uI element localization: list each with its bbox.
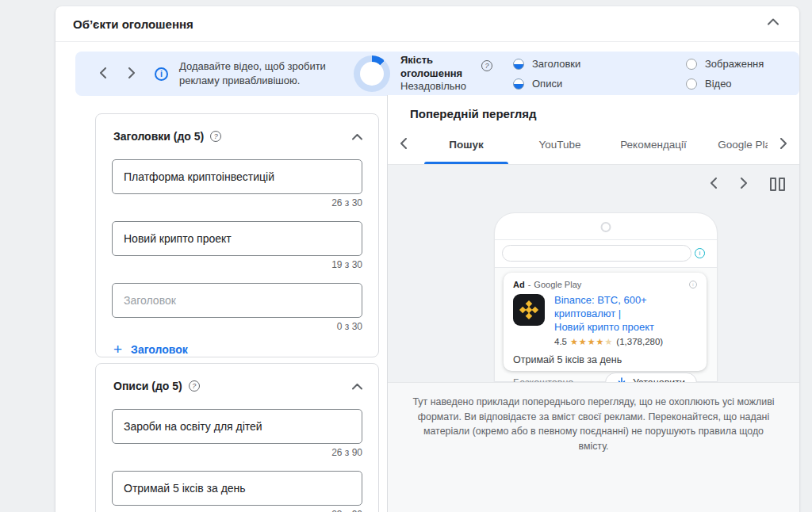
headlines-title: Заголовки (до 5) [113,130,204,143]
chevron-left-icon [400,138,408,149]
description-field-2: 23 з 90 [112,471,362,512]
char-counter: 0 з 30 [112,321,362,332]
help-icon[interactable]: ? [210,131,221,142]
help-icon[interactable]: ? [481,60,492,71]
char-counter: 23 з 90 [112,509,362,512]
plus-icon: + [113,342,122,357]
preview-next-button[interactable] [738,176,749,193]
add-headline-button[interactable]: + Заголовок [113,342,188,357]
headline-field-3: 0 з 30 [112,283,362,332]
status-label: Зображення [705,58,764,70]
collapse-headlines-button[interactable] [352,131,362,143]
tab-recommendations[interactable]: Рекомендації [607,125,700,164]
preview-panel: Попередній перегляд Пошук YouTube Рекоме… [387,95,799,512]
char-counter: 26 з 90 [112,447,362,458]
descriptions-title: Описи (до 5) [113,380,182,392]
char-counter: 19 з 30 [112,259,362,270]
status-label: Заголовки [532,58,580,70]
ad-quality-value: Незадовільно [400,80,475,94]
status-video: Відео [686,78,797,90]
ad-assets-screen: Об’єкти оголошення i Додавайте відео, що… [0,0,812,512]
teal-info-icon: i [695,248,705,258]
page-title: Об’єкти оголошення [73,17,193,31]
collapse-section-button[interactable] [768,16,779,28]
description-input-2[interactable] [112,471,362,506]
ad-info-icon: i [689,281,697,288]
status-label: Описи [532,78,562,90]
descriptions-panel: Описи (до 5) ? 26 з 90 23 з 90 [95,363,379,512]
phone-mockup: i Ad - Google Play i [494,212,718,382]
help-icon[interactable]: ? [189,380,200,392]
half-filled-circle-icon [513,78,524,90]
chevron-right-icon [740,178,748,189]
collapse-descriptions-button[interactable] [352,380,362,392]
reviews-count: (1,378,280) [616,336,663,348]
chevron-up-icon [768,18,779,25]
ad-quality-block: Якість оголошення Незадовільно [400,54,475,94]
status-images: Зображення [686,58,797,70]
ad-title-line1: Binance: BTC, 600+ криптовалют | [554,294,697,321]
chevron-up-icon [352,384,362,390]
ad-source: Google Play [534,280,581,289]
tab-search[interactable]: Пошук [419,125,513,164]
description-input-1[interactable] [112,409,362,444]
status-headlines: Заголовки [513,58,624,70]
headlines-panel: Заголовки (до 5) ? 26 з 30 19 з 30 0 з 3… [95,113,379,357]
empty-circle-icon [686,78,697,90]
headline-input-3[interactable] [112,283,362,318]
mock-search-bar [502,245,691,262]
binance-logo-icon [519,300,539,320]
tab-google-play[interactable]: Google Play [700,125,768,164]
phone-camera-icon [601,222,611,232]
preview-title: Попередній перегляд [388,95,799,120]
headline-input-2[interactable] [112,221,362,256]
ad-description: Отримай 5 іксів за день [513,354,697,365]
preview-disclaimer: Тут наведено приклади попереднього перег… [388,382,799,512]
chevron-right-icon [128,67,136,78]
section-header: Об’єкти оголошення [56,6,799,42]
chevron-left-icon [99,67,107,78]
ad-quality-label: Якість оголошення [400,54,475,81]
tabs-scroll-left-button[interactable] [388,125,419,164]
half-filled-circle-icon [513,59,524,70]
headline-field-2: 19 з 30 [112,221,362,270]
preview-prev-button[interactable] [708,176,719,193]
headline-field-1: 26 з 30 [112,159,362,208]
status-descriptions: Описи [513,78,624,90]
phone-screen: Ad - Google Play i [495,267,717,381]
char-counter: 26 з 30 [112,197,362,208]
ad-title-line2: Новий крипто проект [554,321,697,334]
rating-value: 4.5 [554,336,567,348]
ad-strength-donut [354,55,390,92]
ad-strength-bar: i Додавайте відео, щоб зробити рекламу п… [75,52,799,96]
ad-assets-card: Об’єкти оголошення i Додавайте відео, що… [56,6,799,512]
status-label: Відео [705,78,732,90]
empty-circle-icon [686,59,697,70]
chevron-left-icon [710,178,718,189]
chevron-up-icon [352,134,362,140]
ad-strength-tip: Додавайте відео, щоб зробити рекламу при… [179,59,349,87]
tab-youtube[interactable]: YouTube [513,125,607,164]
ad-badge: Ad [513,280,525,289]
ad-preview-card: Ad - Google Play i [504,273,707,371]
install-button: Установити [605,373,697,382]
tabs-scroll-right-button[interactable] [768,125,799,164]
chevron-right-icon [779,138,787,149]
tip-prev-button[interactable] [96,64,110,84]
headline-input-1[interactable] [112,159,362,194]
star-rating-icons: ★★★★★ [570,338,613,346]
info-icon: i [155,67,168,81]
preview-tabbar: Пошук YouTube Рекомендації Google Play [388,125,799,165]
binance-app-icon [513,294,545,326]
preview-viewport: i Ad - Google Play i [388,165,799,382]
description-field-1: 26 з 90 [112,409,362,458]
device-orientation-button[interactable] [768,176,787,193]
asset-status-list: Заголовки Описи Зображення Відео [513,58,797,90]
device-toggle-icon [770,178,785,191]
tip-next-button[interactable] [124,64,139,84]
